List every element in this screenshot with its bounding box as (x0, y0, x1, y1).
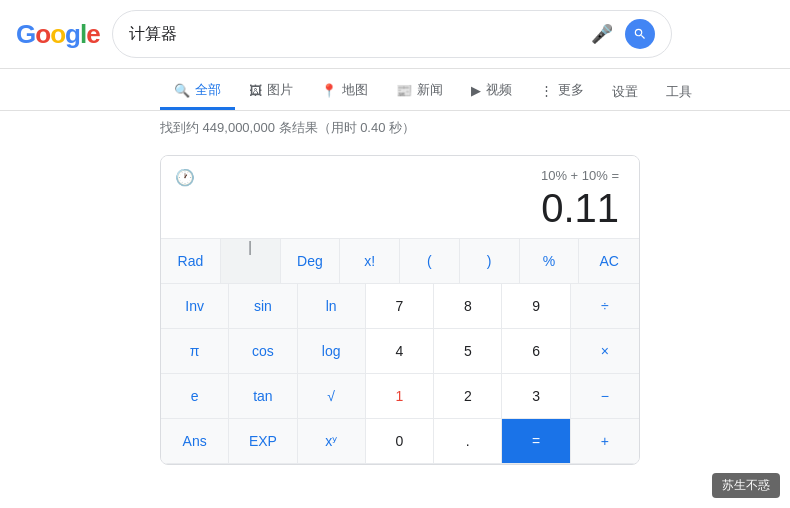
results-info: 找到约 449,000,000 条结果（用时 0.40 秒） (0, 111, 790, 145)
btn-pow[interactable]: xʸ (298, 419, 366, 464)
header: Google 🎤 (0, 0, 790, 69)
btn-6[interactable]: 6 (502, 329, 570, 374)
btn-factorial[interactable]: x! (340, 239, 400, 284)
btn-mul[interactable]: × (571, 329, 639, 374)
watermark: 苏生不惑 (712, 473, 780, 498)
nav-label-all: 全部 (195, 81, 221, 99)
btn-close-paren[interactable]: ) (460, 239, 520, 284)
btn-9[interactable]: 9 (502, 284, 570, 329)
image-nav-icon: 🖼 (249, 83, 262, 98)
nav-label-images: 图片 (267, 81, 293, 99)
calc-row-2: πcoslog456× (161, 329, 639, 374)
btn-div[interactable]: ÷ (571, 284, 639, 329)
nav-item-maps[interactable]: 📍 地图 (307, 73, 382, 110)
btn-e[interactable]: e (161, 374, 229, 419)
calculator-wrapper: 🕐 10% + 10% = 0.11 Rad|Degx!()%ACInvsinl… (0, 145, 790, 475)
news-nav-icon: 📰 (396, 83, 412, 98)
btn-3[interactable]: 3 (502, 374, 570, 419)
btn-8[interactable]: 8 (434, 284, 502, 329)
result-line: 0.11 (177, 186, 623, 230)
btn-0[interactable]: 0 (366, 419, 434, 464)
nav-item-news[interactable]: 📰 新闻 (382, 73, 457, 110)
btn-deg[interactable]: Deg (281, 239, 341, 284)
btn-pi[interactable]: π (161, 329, 229, 374)
calc-display: 🕐 10% + 10% = 0.11 (161, 156, 639, 239)
calc-row-1: Invsinln789÷ (161, 284, 639, 329)
nav-item-video[interactable]: ▶ 视频 (457, 73, 526, 110)
btn-inv[interactable]: Inv (161, 284, 229, 329)
btn-sin[interactable]: sin (229, 284, 297, 329)
btn-2[interactable]: 2 (434, 374, 502, 419)
history-icon[interactable]: 🕐 (175, 168, 195, 187)
google-logo: Google (16, 19, 100, 50)
btn-add[interactable]: + (571, 419, 639, 464)
nav-item-images[interactable]: 🖼 图片 (235, 73, 307, 110)
search-input[interactable] (129, 25, 581, 43)
calculator: 🕐 10% + 10% = 0.11 Rad|Degx!()%ACInvsinl… (160, 155, 640, 465)
video-nav-icon: ▶ (471, 83, 481, 98)
btn-ln[interactable]: ln (298, 284, 366, 329)
btn-cos[interactable]: cos (229, 329, 297, 374)
search-icons: 🎤 (591, 19, 655, 49)
nav-label-maps: 地图 (342, 81, 368, 99)
nav-label-video: 视频 (486, 81, 512, 99)
btn-open-paren[interactable]: ( (400, 239, 460, 284)
btn-1[interactable]: 1 (366, 374, 434, 419)
btn-sub[interactable]: − (571, 374, 639, 419)
nav: 🔍 全部 🖼 图片 📍 地图 📰 新闻 ▶ 视频 ⋮ 更多 设置 工具 (0, 69, 790, 111)
btn-tan[interactable]: tan (229, 374, 297, 419)
btn-sqrt[interactable]: √ (298, 374, 366, 419)
btn-percent[interactable]: % (520, 239, 580, 284)
btn-7[interactable]: 7 (366, 284, 434, 329)
btn-5[interactable]: 5 (434, 329, 502, 374)
nav-item-more[interactable]: ⋮ 更多 (526, 73, 598, 110)
expression-line: 10% + 10% = (177, 168, 623, 186)
mic-icon[interactable]: 🎤 (591, 23, 613, 45)
nav-label-settings: 设置 (612, 83, 638, 101)
calc-row-4: AnsEXPxʸ0.=+ (161, 419, 639, 464)
btn-rad[interactable]: Rad (161, 239, 221, 284)
btn-4[interactable]: 4 (366, 329, 434, 374)
nav-item-all[interactable]: 🔍 全部 (160, 73, 235, 110)
btn-log[interactable]: log (298, 329, 366, 374)
btn-equals[interactable]: = (502, 419, 570, 464)
search-button[interactable] (625, 19, 655, 49)
btn-ans[interactable]: Ans (161, 419, 229, 464)
more-nav-icon: ⋮ (540, 83, 553, 98)
map-nav-icon: 📍 (321, 83, 337, 98)
btn-dot[interactable]: . (434, 419, 502, 464)
nav-settings[interactable]: 设置 (598, 75, 652, 109)
btn-sep: | (221, 239, 281, 284)
search-bar: 🎤 (112, 10, 672, 58)
nav-label-news: 新闻 (417, 81, 443, 99)
btn-ac[interactable]: AC (579, 239, 639, 284)
nav-label-more: 更多 (558, 81, 584, 99)
nav-label-tools: 工具 (666, 83, 692, 101)
nav-right: 设置 工具 (598, 75, 706, 109)
search-nav-icon: 🔍 (174, 83, 190, 98)
calc-row-0: Rad|Degx!()%AC (161, 239, 639, 284)
nav-tools[interactable]: 工具 (652, 75, 706, 109)
calc-row-3: etan√123− (161, 374, 639, 419)
btn-exp[interactable]: EXP (229, 419, 297, 464)
